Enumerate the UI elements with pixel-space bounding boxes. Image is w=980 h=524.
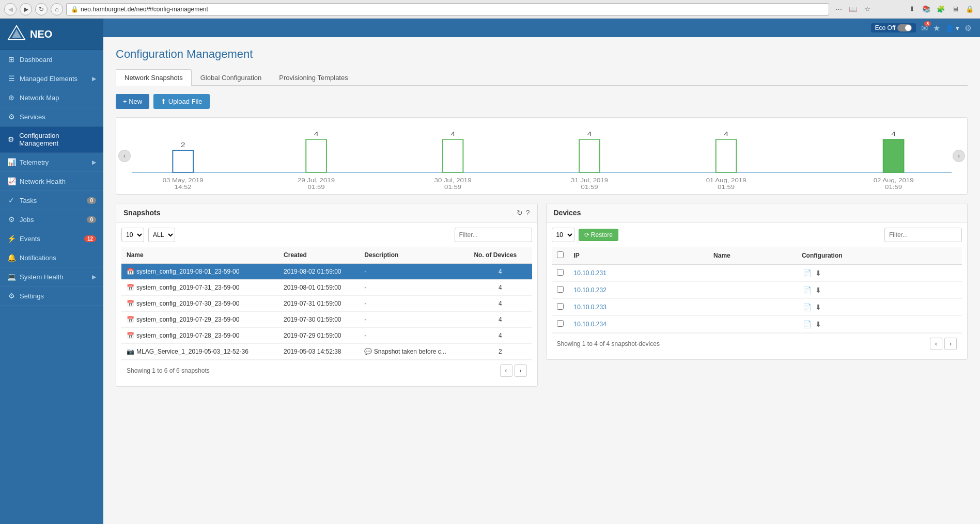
- browser-home-button[interactable]: ⌂: [51, 3, 63, 15]
- sidebar-item-network-map[interactable]: ⊕Network Map: [0, 88, 103, 107]
- devices-table-row[interactable]: 10.10.0.234 📄 ⬇: [552, 316, 962, 333]
- config-view-icon[interactable]: 📄: [803, 286, 812, 294]
- col-description-header: Description: [359, 247, 469, 263]
- star-icon[interactable]: ★: [933, 23, 940, 33]
- devices-ip-link-3[interactable]: 10.10.0.234: [574, 321, 606, 328]
- snapshots-panel-container: Snapshots ↻ ? 102550: [116, 203, 538, 387]
- sidebar-item-tasks[interactable]: ✓Tasks0: [0, 191, 103, 210]
- sidebar-item-network-health[interactable]: 📈Network Health: [0, 172, 103, 191]
- snapshots-prev-btn[interactable]: ‹: [500, 364, 512, 377]
- snapshots-filter-type-select[interactable]: ALL: [148, 228, 175, 242]
- eco-toggle-switch[interactable]: [897, 24, 912, 31]
- devices-table-row[interactable]: 10.10.0.231 📄 ⬇: [552, 264, 962, 282]
- devices-row-checkbox-0[interactable]: [557, 269, 564, 276]
- refresh-icon[interactable]: ↻: [517, 209, 523, 217]
- sidebar-item-settings[interactable]: ⚙Settings: [0, 287, 103, 306]
- snapshots-table-row[interactable]: 📷MLAG_Service_1_2019-05-03_12-52-362019-…: [121, 344, 532, 360]
- devices-prev-btn[interactable]: ‹: [930, 338, 942, 350]
- devices-row-checkbox-2[interactable]: [557, 303, 564, 310]
- new-button[interactable]: + New: [116, 94, 149, 109]
- sidebar-item-events[interactable]: ⚡Events12: [0, 229, 103, 248]
- config-view-icon[interactable]: 📄: [803, 269, 812, 277]
- sidebar-item-label-managed-elements: Managed Elements: [20, 75, 77, 83]
- snapshots-table: Name Created Description No. of Devices …: [121, 247, 532, 360]
- snapshots-row-name: 📅system_config_2019-07-31_23-59-00: [121, 280, 278, 296]
- eco-label: Eco Off: [875, 24, 896, 31]
- devices-table-row[interactable]: 10.10.0.232 📄 ⬇: [552, 282, 962, 299]
- tab-network-snapshots[interactable]: Network Snapshots: [116, 69, 192, 86]
- config-view-icon[interactable]: 📄: [803, 320, 812, 328]
- browser-menu-icon[interactable]: ⋯: [832, 3, 845, 15]
- snapshots-panel-body: 102550 ALL: [116, 223, 537, 386]
- browser-screen-icon[interactable]: 🖥: [949, 3, 961, 15]
- snapshots-table-row[interactable]: 📅system_config_2019-08-01_23-59-002019-0…: [121, 263, 532, 280]
- browser-reader-icon[interactable]: 📖: [847, 3, 859, 15]
- chart-wrapper: ‹ 2 03 May, 2019 14:52 4: [116, 117, 968, 195]
- tab-provisioning-templates[interactable]: Provisioning Templates: [270, 69, 356, 86]
- config-download-icon[interactable]: ⬇: [815, 269, 821, 277]
- snapshots-row-created: 2019-07-29 01:59:00: [278, 328, 359, 344]
- sidebar-logo: NEO: [0, 19, 103, 50]
- devices-per-page-select[interactable]: 102550: [552, 228, 574, 242]
- snapshots-pagination: Showing 1 to 6 of 6 snapshots ‹ ›: [121, 360, 532, 381]
- browser-ext-icon[interactable]: 🧩: [935, 3, 947, 15]
- config-download-icon[interactable]: ⬇: [815, 320, 821, 328]
- snapshots-table-row[interactable]: 📅system_config_2019-07-31_23-59-002019-0…: [121, 280, 532, 296]
- devices-row-checkbox-1[interactable]: [557, 286, 564, 293]
- sidebar-item-notifications[interactable]: 🔔Notifications: [0, 248, 103, 267]
- sidebar-item-left-notifications: 🔔Notifications: [7, 253, 56, 262]
- sidebar-badge-jobs: 0: [87, 216, 96, 223]
- browser-bookmark-icon[interactable]: ☆: [861, 3, 874, 15]
- chart-nav-left[interactable]: ‹: [118, 150, 131, 162]
- browser-back-button[interactable]: ◀: [4, 3, 17, 15]
- browser-refresh-button[interactable]: ↻: [35, 3, 48, 15]
- sidebar-item-dashboard[interactable]: ⊞Dashboard: [0, 50, 103, 69]
- sidebar-item-telemetry[interactable]: 📊Telemetry▶: [0, 153, 103, 172]
- snapshots-table-row[interactable]: 📅system_config_2019-07-28_23-59-002019-0…: [121, 328, 532, 344]
- snapshots-row-created: 2019-08-01 01:59:00: [278, 280, 359, 296]
- sidebar-item-system-health[interactable]: 💻System Health▶: [0, 267, 103, 287]
- snapshots-row-created: 2019-08-02 01:59:00: [278, 263, 359, 280]
- devices-ip-link-2[interactable]: 10.10.0.233: [574, 304, 606, 311]
- sidebar-item-configuration-management[interactable]: ⚙Configuration Management: [0, 126, 103, 153]
- user-menu[interactable]: 👤 ▾: [945, 24, 959, 32]
- tab-global-configuration[interactable]: Global Configuration: [192, 69, 271, 86]
- browser-library-icon[interactable]: 📚: [920, 3, 932, 15]
- browser-url-bar[interactable]: 🔒 neo.hamburgnet.de/neo/#/config-managem…: [66, 3, 829, 15]
- config-download-icon[interactable]: ⬇: [815, 286, 821, 294]
- browser-download-icon[interactable]: ⬇: [906, 3, 918, 15]
- select-all-checkbox[interactable]: [557, 251, 564, 258]
- chart-nav-right[interactable]: ›: [953, 150, 965, 162]
- config-download-icon[interactable]: ⬇: [815, 303, 821, 311]
- sidebar-item-left-events: ⚡Events: [7, 234, 40, 243]
- snapshots-table-header-row: Name Created Description No. of Devices: [121, 247, 532, 263]
- svg-text:03 May, 2019: 03 May, 2019: [163, 177, 204, 183]
- devices-ip-link-0[interactable]: 10.10.0.231: [574, 269, 606, 277]
- browser-forward-button[interactable]: ▶: [20, 3, 32, 15]
- devices-row-name: [708, 316, 797, 333]
- sidebar-item-right-tasks: 0: [87, 197, 96, 204]
- snapshots-table-row[interactable]: 📅system_config_2019-07-29_23-59-002019-0…: [121, 312, 532, 328]
- snapshots-next-btn[interactable]: ›: [515, 364, 527, 377]
- snapshots-table-row[interactable]: 📅system_config_2019-07-30_23-59-002019-0…: [121, 296, 532, 312]
- sidebar-item-jobs[interactable]: ⚙Jobs0: [0, 210, 103, 229]
- devices-row-checkbox-3[interactable]: [557, 320, 564, 327]
- devices-table-head: IP Name Configuration: [552, 247, 962, 264]
- settings-icon[interactable]: ⚙: [965, 23, 972, 33]
- browser-lock-icon[interactable]: 🔒: [963, 3, 976, 15]
- devices-filter-input[interactable]: [884, 228, 962, 242]
- config-view-icon[interactable]: 📄: [803, 303, 812, 311]
- snapshots-filter-input[interactable]: [455, 228, 532, 242]
- help-icon[interactable]: ?: [526, 209, 530, 217]
- snapshots-per-page-select[interactable]: 102550: [121, 228, 144, 242]
- restore-button[interactable]: ⟳ Restore: [579, 229, 618, 241]
- devices-ip-link-1[interactable]: 10.10.0.232: [574, 287, 606, 294]
- sidebar-item-managed-elements[interactable]: ☰Managed Elements▶: [0, 69, 103, 88]
- tab-bar: Network Snapshots Global Configuration P…: [116, 69, 968, 86]
- devices-next-btn[interactable]: ›: [944, 338, 957, 350]
- upload-file-button[interactable]: ⬆ Upload File: [153, 94, 209, 109]
- sidebar-item-services[interactable]: ⚙Services: [0, 107, 103, 126]
- eco-toggle[interactable]: Eco Off: [871, 23, 916, 33]
- devices-table-row[interactable]: 10.10.0.233 📄 ⬇: [552, 299, 962, 316]
- mail-icon[interactable]: ✉ 8: [921, 23, 928, 33]
